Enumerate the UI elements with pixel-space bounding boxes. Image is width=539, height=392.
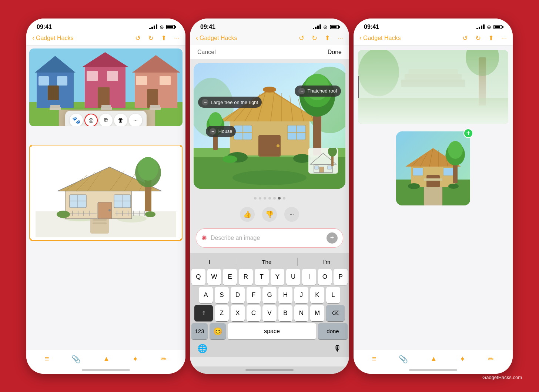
toolbar-list-icon-3[interactable]: ≡ (372, 355, 376, 363)
key-y[interactable]: Y (271, 269, 285, 285)
key-i[interactable]: I (302, 269, 316, 285)
thumbs-up-btn[interactable]: 👍 (240, 207, 255, 222)
dot-5[interactable] (273, 197, 276, 200)
key-u[interactable]: U (286, 269, 300, 285)
key-shift[interactable]: ⇧ (194, 305, 213, 321)
key-emoji[interactable]: 😊 (210, 323, 226, 339)
toolbar-attach-icon-1[interactable]: 📎 (71, 355, 81, 363)
key-a[interactable]: A (199, 287, 213, 303)
toolbar-edit-icon-3[interactable]: ✏ (488, 355, 494, 363)
cancel-button[interactable]: Cancel (197, 49, 216, 56)
key-d[interactable]: D (231, 287, 245, 303)
wifi-icon-1: ⊜ (160, 24, 164, 30)
undo-icon-1[interactable]: ↺ (135, 34, 141, 42)
key-n[interactable]: N (294, 305, 308, 321)
key-w[interactable]: W (207, 269, 221, 285)
back-chevron-3[interactable]: ‹ (359, 34, 362, 42)
share-icon-3[interactable]: ⬆ (488, 34, 494, 42)
more-icon-3[interactable]: ··· (501, 34, 507, 42)
nav-back-3[interactable]: ‹ Gadget Hacks (359, 34, 401, 42)
nav-back-1[interactable]: ‹ Gadget Hacks (32, 34, 73, 42)
key-backspace[interactable]: ⌫ (326, 305, 345, 321)
predict-word-3[interactable]: I'm (320, 257, 334, 267)
key-v[interactable]: V (262, 305, 277, 321)
key-x[interactable]: X (231, 305, 245, 321)
more-icon-2[interactable]: ··· (338, 34, 343, 42)
mic-icon[interactable]: 🎙 (334, 344, 342, 354)
nav-title-1[interactable]: Gadget Hacks (36, 35, 73, 41)
redo-icon-2[interactable]: ↻ (312, 34, 317, 42)
toolbar-list-icon-1[interactable]: ≡ (45, 355, 49, 363)
predict-word-1[interactable]: I (206, 257, 213, 267)
globe-icon[interactable]: 🌐 (197, 344, 207, 354)
key-t[interactable]: T (255, 269, 269, 285)
key-k[interactable]: K (310, 287, 324, 303)
label-roof[interactable]: − Thatched roof (295, 86, 341, 97)
key-z[interactable]: Z (215, 305, 229, 321)
remove-tree-label[interactable]: − (202, 99, 208, 105)
key-f[interactable]: F (247, 287, 261, 303)
back-chevron-1[interactable]: ‹ (32, 34, 34, 42)
svg-point-142 (408, 183, 420, 189)
dot-6[interactable] (278, 197, 281, 200)
label-tree[interactable]: − Large tree on the right (198, 97, 262, 108)
done-button[interactable]: Done (328, 49, 342, 56)
dot-3[interactable] (264, 197, 266, 200)
remove-house-label[interactable]: − (210, 128, 216, 135)
toolbar-send-icon-1[interactable]: ▲ (103, 355, 110, 363)
toolbar-attach-icon-3[interactable]: 📎 (399, 355, 408, 363)
thumbs-down-btn[interactable]: 👎 (262, 207, 277, 222)
bottom-toolbar-1: ≡ 📎 ▲ ✦ ✏ (26, 350, 185, 366)
undo-icon-3[interactable]: ↺ (462, 34, 468, 42)
nav-title-3[interactable]: Gadget Hacks (363, 35, 401, 41)
share-icon-1[interactable]: ⬆ (161, 34, 167, 42)
ctx-btn-delete[interactable]: 🗑 (114, 114, 127, 126)
key-c[interactable]: C (247, 305, 261, 321)
nav-title-2[interactable]: Gadget Hacks (200, 35, 237, 41)
key-numbers[interactable]: 123 (191, 323, 208, 339)
key-l[interactable]: L (326, 287, 340, 303)
dot-4[interactable] (268, 197, 271, 200)
corner-handle-br[interactable] (180, 238, 183, 241)
dot-2[interactable] (259, 197, 261, 200)
key-h[interactable]: H (278, 287, 292, 303)
describe-input[interactable]: Describe an image (211, 235, 323, 241)
more-react-btn[interactable]: ··· (284, 207, 299, 222)
ctx-btn-vision[interactable]: ◎ (84, 114, 98, 126)
toolbar-magic-icon-1[interactable]: ✦ (132, 355, 138, 363)
key-g[interactable]: G (262, 287, 277, 303)
dot-1[interactable] (254, 197, 257, 200)
describe-bar[interactable]: ✺ Describe an image + (196, 228, 343, 248)
more-icon-1[interactable]: ··· (174, 34, 180, 42)
key-space[interactable]: space (228, 323, 316, 339)
key-m[interactable]: M (310, 305, 324, 321)
undo-icon-2[interactable]: ↺ (299, 34, 304, 42)
dot-7[interactable] (283, 197, 285, 200)
key-e[interactable]: E (223, 269, 237, 285)
plus-circle-btn[interactable]: + (463, 128, 473, 138)
key-done[interactable]: done (318, 323, 348, 339)
ctx-btn-copy[interactable]: ⧉ (99, 114, 113, 126)
key-j[interactable]: J (294, 287, 308, 303)
toolbar-send-icon-3[interactable]: ▲ (430, 355, 437, 363)
share-icon-2[interactable]: ⬆ (325, 34, 330, 42)
predict-word-2[interactable]: The (259, 257, 274, 267)
back-chevron-2[interactable]: ‹ (196, 34, 198, 42)
key-s[interactable]: S (215, 287, 229, 303)
key-p[interactable]: P (334, 269, 348, 285)
remove-roof-label[interactable]: − (298, 88, 305, 94)
key-b[interactable]: B (278, 305, 292, 321)
label-house[interactable]: − House (206, 126, 236, 137)
toolbar-magic-icon-3[interactable]: ✦ (459, 355, 466, 363)
toolbar-edit-icon-1[interactable]: ✏ (161, 355, 167, 363)
key-r[interactable]: R (239, 269, 253, 285)
nav-back-2[interactable]: ‹ Gadget Hacks (196, 34, 237, 42)
ctx-btn-paw[interactable]: 🐾 (70, 114, 83, 126)
key-o[interactable]: O (318, 269, 332, 285)
redo-icon-1[interactable]: ↻ (148, 34, 154, 42)
redo-icon-3[interactable]: ↻ (475, 34, 481, 42)
describe-plus-btn[interactable]: + (327, 232, 338, 244)
corner-handle-tr[interactable] (180, 145, 183, 147)
key-q[interactable]: Q (191, 269, 205, 285)
ctx-btn-more[interactable]: ··· (129, 114, 142, 126)
